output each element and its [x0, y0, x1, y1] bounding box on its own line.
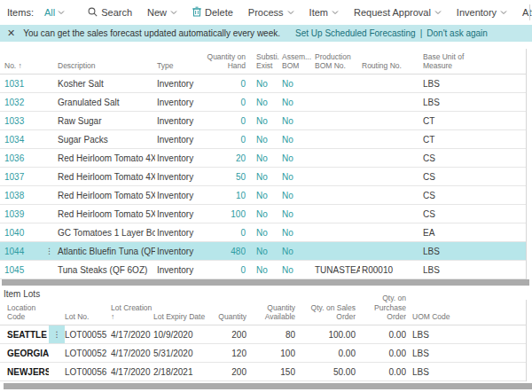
table-row[interactable]: 1031Kosher SaltInventory0NoNoLBS [0, 74, 526, 93]
cell-qty-on-hand[interactable]: 0 [200, 79, 246, 89]
col-header-production-bom[interactable]: Production BOM No. [313, 52, 360, 71]
cell-qty-on-hand[interactable]: 50 [200, 172, 246, 182]
cell-location-code[interactable]: SEATTLE [0, 330, 49, 340]
item-menu[interactable]: Item [309, 7, 339, 18]
cell-lot-no[interactable]: LOT00052 [65, 349, 111, 358]
col-header-no[interactable]: No. ↑ [0, 61, 56, 71]
col-header-qty-purchase-order[interactable]: Qty. on Purchase Order [356, 294, 406, 322]
item-no-link[interactable]: 1045 [4, 265, 24, 275]
item-no-link[interactable]: 1044 [4, 247, 24, 256]
cell-assembly-bom[interactable]: No [279, 191, 313, 200]
cell-description[interactable]: Kosher Salt [56, 79, 155, 89]
cell-location-code[interactable]: GEORGIA [0, 349, 49, 358]
col-header-assembly-bom[interactable]: Assem... BOM [279, 52, 313, 71]
col-header-lot-creation[interactable]: Lot Creation ↑ [111, 303, 153, 322]
table-row[interactable]: 1044⋮Atlantic Bluefin Tuna (QF)Inventory… [0, 242, 526, 261]
cell-qty-on-hand[interactable]: 0 [200, 135, 246, 145]
col-header-qty-available[interactable]: Quantity Available [246, 303, 295, 322]
cell-description[interactable]: Atlantic Bluefin Tuna (QF) [56, 247, 155, 256]
cell-type[interactable]: Inventory [155, 116, 200, 126]
cell-quantity[interactable]: 120 [207, 349, 246, 358]
cell-assembly-bom[interactable]: No [279, 153, 313, 163]
cell-base-uom[interactable]: CS [420, 153, 526, 163]
cell-description[interactable]: Raw Sugar [56, 116, 155, 126]
cell-lot-expiry[interactable]: 2/18/2021 [153, 367, 207, 377]
cell-qty-available[interactable]: 80 [246, 330, 295, 340]
cell-substitutes-exist[interactable]: No [246, 191, 279, 200]
item-no-link[interactable]: 1038 [4, 191, 24, 200]
row-menu-icon[interactable]: ⋮ [51, 330, 64, 339]
horizontal-scrollbar[interactable] [2, 279, 529, 286]
row-menu-icon[interactable]: ⋮ [43, 247, 56, 255]
item-no-link[interactable]: 1031 [4, 79, 24, 89]
cell-lot-no[interactable]: LOT00055 [65, 330, 111, 340]
cell-qty-available[interactable]: 150 [246, 367, 295, 377]
table-row[interactable]: 1032Granulated SaltInventory0NoNoLBS [0, 93, 526, 112]
cell-description[interactable]: Granulated Salt [56, 98, 155, 107]
view-filter-dropdown[interactable]: All [44, 7, 65, 18]
cell-substitutes-exist[interactable]: No [246, 153, 279, 163]
cell-description[interactable]: Red Heirloom Tomato 5X6 [56, 209, 155, 219]
cell-substitutes-exist[interactable]: No [246, 79, 279, 89]
col-header-location-code[interactable]: Location Code [0, 303, 49, 322]
cell-base-uom[interactable]: EA [420, 228, 526, 238]
cell-assembly-bom[interactable]: No [279, 98, 313, 107]
cell-production-bom-no[interactable]: TUNASTEAKS [313, 265, 360, 275]
cell-assembly-bom[interactable]: No [279, 247, 313, 256]
item-no-link[interactable]: 1039 [4, 209, 24, 219]
cell-lot-creation[interactable]: 4/17/2020 [111, 367, 153, 377]
cell-substitutes-exist[interactable]: No [246, 135, 279, 145]
cell-type[interactable]: Inventory [155, 209, 200, 219]
attributes-menu[interactable]: Attributes [522, 7, 532, 18]
cell-substitutes-exist[interactable]: No [246, 172, 279, 182]
cell-substitutes-exist[interactable]: No [246, 116, 279, 126]
cell-substitutes-exist[interactable]: No [246, 247, 279, 256]
item-no-link[interactable]: 1032 [4, 98, 24, 107]
col-header-qty-sales-order[interactable]: Qty. on Sales Order [295, 303, 356, 322]
cell-qty-on-hand[interactable]: 20 [200, 153, 246, 163]
col-header-type[interactable]: Type [155, 61, 200, 71]
cell-type[interactable]: Inventory [155, 228, 200, 238]
cell-type[interactable]: Inventory [155, 191, 200, 200]
cell-assembly-bom[interactable]: No [279, 116, 313, 126]
inventory-menu[interactable]: Inventory [457, 7, 507, 18]
cell-qty-purchase-order[interactable]: 0.00 [356, 367, 406, 377]
request-approval-menu[interactable]: Request Approval [354, 7, 442, 18]
cell-qty-sales-order[interactable]: 100.00 [295, 330, 356, 340]
cell-uom-code[interactable]: LBS [406, 330, 526, 340]
cell-description[interactable]: Tuna Steaks (QF 6OZ) [56, 265, 155, 275]
cell-lot-expiry[interactable]: 10/9/2020 [153, 330, 207, 340]
cell-qty-on-hand[interactable]: 0 [200, 98, 246, 107]
cell-qty-purchase-order[interactable]: 0.00 [356, 330, 406, 340]
cell-description[interactable]: Red Heirloom Tomato 4X5 [56, 172, 155, 182]
col-header-lot-expiry[interactable]: Lot Expiry Date [153, 312, 207, 322]
cell-description[interactable]: Sugar Packs [56, 135, 155, 145]
cell-lot-creation[interactable]: 4/17/2020 [111, 330, 153, 340]
cell-type[interactable]: Inventory [155, 172, 200, 182]
cell-base-uom[interactable]: LBS [420, 265, 526, 275]
col-header-description[interactable]: Description [56, 61, 155, 71]
cell-qty-on-hand[interactable]: 480 [200, 247, 246, 256]
cell-qty-on-hand[interactable]: 100 [200, 209, 246, 219]
cell-qty-available[interactable]: 100 [246, 349, 295, 358]
table-row[interactable]: 1034Sugar PacksInventory0NoNoCT [0, 130, 526, 149]
cell-uom-code[interactable]: LBS [406, 367, 526, 377]
cell-qty-purchase-order[interactable]: 0.00 [356, 349, 406, 358]
row-menu-cell[interactable]: ⋮ [49, 325, 65, 343]
cell-type[interactable]: Inventory [155, 153, 200, 163]
cell-base-uom[interactable]: CT [420, 116, 526, 126]
cell-assembly-bom[interactable]: No [279, 172, 313, 182]
cell-base-uom[interactable]: LBS [420, 98, 526, 107]
cell-qty-on-hand[interactable]: 0 [200, 228, 246, 238]
col-header-substitutes[interactable]: Substi... Exist [246, 52, 279, 71]
col-header-qty-on-hand[interactable]: Quantity on Hand [200, 52, 246, 71]
cell-base-uom[interactable]: CS [420, 209, 526, 219]
cell-qty-sales-order[interactable]: 50.00 [295, 367, 356, 377]
process-menu[interactable]: Process [248, 7, 294, 18]
table-row[interactable]: 1040GC Tomatoes 1 Layer BoxInventory0NoN… [0, 223, 526, 242]
cell-base-uom[interactable]: CS [420, 191, 526, 200]
cell-type[interactable]: Inventory [155, 98, 200, 107]
item-no-link[interactable]: 1040 [4, 228, 24, 238]
dont-ask-again-link[interactable]: Don't ask again [426, 28, 488, 38]
cell-base-uom[interactable]: LBS [420, 247, 526, 256]
